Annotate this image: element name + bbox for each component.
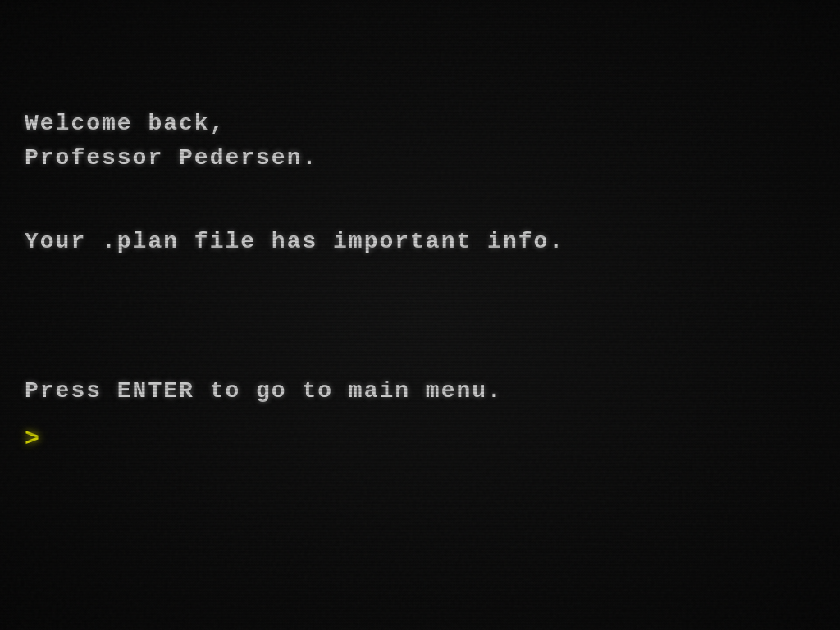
- plan-section: Your .plan file has important info.: [25, 225, 824, 259]
- plan-message: Your .plan file has important info.: [25, 225, 824, 259]
- press-section: Press ENTER to go to main menu.: [25, 374, 824, 409]
- welcome-line1: Welcome back,: [25, 107, 824, 141]
- welcome-line2: Professor Pedersen.: [25, 141, 824, 176]
- press-enter-message[interactable]: Press ENTER to go to main menu.: [25, 374, 824, 409]
- terminal-screen: Welcome back, Professor Pedersen. Your .…: [0, 0, 840, 630]
- noise-overlay: [0, 0, 840, 630]
- prompt-section: >: [25, 425, 824, 453]
- prompt-character[interactable]: >: [25, 425, 41, 453]
- welcome-section: Welcome back, Professor Pedersen.: [25, 107, 824, 176]
